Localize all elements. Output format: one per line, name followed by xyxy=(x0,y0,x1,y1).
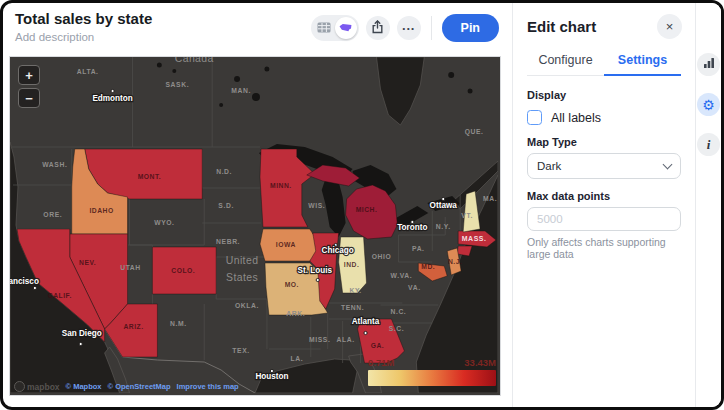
table-view-button[interactable] xyxy=(313,17,335,39)
city-label: St. Louis xyxy=(298,266,333,275)
map-label: OKLA. xyxy=(235,302,259,309)
state-connecticut-rhode-island[interactable] xyxy=(457,246,472,256)
pin-button[interactable]: Pin xyxy=(442,14,499,42)
map-label: NEV. xyxy=(79,259,96,266)
screenshot-stage: Total sales by state Add description ···… xyxy=(0,0,724,410)
map-attribution: mapbox © Mapbox © OpenStreetMap Improve … xyxy=(14,381,239,392)
city-label: Ottawa xyxy=(430,201,458,210)
map-label: W.VA. xyxy=(391,272,413,279)
tab-settings[interactable]: Settings xyxy=(604,45,681,76)
share-icon xyxy=(371,20,384,37)
map-label: NEBR. xyxy=(216,238,240,245)
settings-rail-button[interactable]: ⚙ xyxy=(697,93,720,116)
map-label: Canada xyxy=(175,57,214,64)
mapbox-logo-icon xyxy=(14,381,25,392)
map-label: QUE. xyxy=(465,128,484,136)
mapbox-logo[interactable]: mapbox xyxy=(14,381,60,392)
map-label: ORE. xyxy=(43,211,62,218)
choropleth-svg: CanadaUnitedStatesALTA.SASK.MAN.QUE.WASH… xyxy=(10,57,498,393)
map-label: WASH. xyxy=(42,161,67,168)
all-labels-label: All labels xyxy=(551,111,601,125)
close-button[interactable]: × xyxy=(657,14,682,39)
map-label: ARIZ. xyxy=(123,323,143,330)
map-label: TEX. xyxy=(232,347,249,354)
city-label: Atlanta xyxy=(352,317,380,326)
map-label: ALTA. xyxy=(77,68,99,75)
us-map-icon xyxy=(338,21,353,36)
map-label: CALIF. xyxy=(48,292,72,299)
zoom-in-button[interactable]: + xyxy=(18,65,40,85)
all-labels-checkbox[interactable] xyxy=(527,110,542,125)
city-dot xyxy=(316,278,319,281)
map-type-select[interactable]: Dark xyxy=(527,153,681,179)
map-label: ARK. xyxy=(286,310,305,317)
map-label: United xyxy=(226,255,259,266)
map-label: States xyxy=(226,272,258,283)
attrib-improve-link[interactable]: Improve this map xyxy=(177,382,239,391)
max-data-points-label: Max data points xyxy=(527,190,681,202)
map-label: IND. xyxy=(344,261,359,268)
map-label: MINN. xyxy=(270,182,292,189)
table-icon xyxy=(317,21,331,36)
map-chart: CanadaUnitedStatesALTA.SASK.MAN.QUE.WASH… xyxy=(10,57,500,395)
toolbar-divider xyxy=(431,16,432,40)
chart-rail-button[interactable] xyxy=(697,53,720,76)
map-label: GA. xyxy=(371,342,385,349)
city-label: San Francisco xyxy=(10,277,39,286)
tab-configure[interactable]: Configure xyxy=(527,45,604,75)
map-label: S.D. xyxy=(218,202,234,209)
map-label: N.M. xyxy=(170,320,187,327)
all-labels-row: All labels xyxy=(527,110,681,125)
max-data-points-helper: Only affects charts supporting large dat… xyxy=(527,236,681,260)
map-view-button[interactable] xyxy=(335,17,357,39)
small-lakes xyxy=(157,63,473,108)
color-legend: 0.71M 33.43M xyxy=(368,357,496,386)
map-type-label: Map Type xyxy=(527,136,681,148)
map-label: MA. xyxy=(483,195,497,202)
add-description-link[interactable]: Add description xyxy=(15,31,152,43)
map-label: N.Y. xyxy=(436,223,451,230)
map-label: MISS. xyxy=(309,336,330,343)
attrib-osm-link[interactable]: © OpenStreetMap xyxy=(108,382,171,391)
city-label: Toronto xyxy=(397,223,427,232)
map-label: MONT. xyxy=(138,173,161,180)
view-toggle xyxy=(311,15,359,41)
chart-toolbar: ··· Pin xyxy=(311,14,499,42)
edit-chart-panel: Edit chart × Configure Settings Display … xyxy=(512,3,695,407)
max-data-points-input[interactable] xyxy=(527,207,681,231)
map-label: OHIO xyxy=(372,253,392,260)
map-label: UTAH xyxy=(120,264,141,271)
city-dot xyxy=(79,342,82,345)
more-button[interactable]: ··· xyxy=(397,16,421,40)
app-window: Total sales by state Add description ···… xyxy=(0,0,724,410)
map-label: S.C. xyxy=(389,325,405,332)
map-label: VA. xyxy=(408,284,421,291)
chart-header: Total sales by state Add description xyxy=(15,10,152,43)
display-section-label: Display xyxy=(527,89,681,101)
map-type-value: Dark xyxy=(537,160,561,172)
city-label: Houston xyxy=(255,372,288,381)
map-label: MO. xyxy=(285,281,299,288)
info-rail-button[interactable]: i xyxy=(697,133,720,156)
right-icon-rail: ⚙ i xyxy=(695,3,721,407)
map-label: COLO. xyxy=(171,267,195,274)
share-button[interactable] xyxy=(366,16,390,40)
map-label: N.C. xyxy=(390,308,406,315)
map-label: WIS. xyxy=(308,202,325,209)
map-label: MASS. xyxy=(462,235,487,242)
lake-michigan xyxy=(322,178,346,237)
map-label: PA. xyxy=(412,245,425,252)
zoom-out-button[interactable]: − xyxy=(18,88,40,108)
city-label: Chicago xyxy=(322,246,354,255)
map-label: IDAHO xyxy=(90,207,114,214)
panel-title: Edit chart xyxy=(527,18,596,35)
map-label: IOWA xyxy=(276,241,296,248)
close-icon: × xyxy=(666,19,674,34)
page-title: Total sales by state xyxy=(15,10,152,27)
legend-min-label: 0.71M xyxy=(368,357,394,368)
map-label: VT. xyxy=(461,212,473,219)
map-zoom-controls: + − xyxy=(18,65,40,111)
country-province-borders xyxy=(12,57,260,147)
map-label: N.J. xyxy=(448,258,462,265)
attrib-mapbox-link[interactable]: © Mapbox xyxy=(66,382,102,391)
